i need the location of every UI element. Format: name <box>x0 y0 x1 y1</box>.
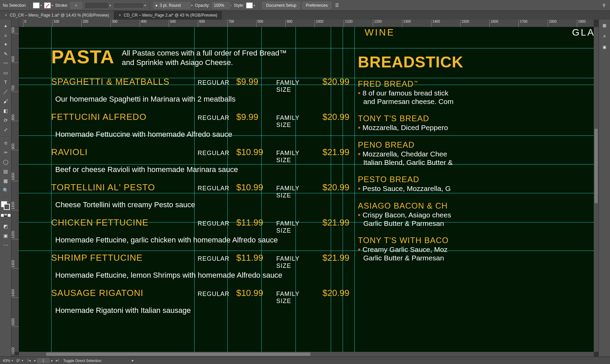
chevron-down-icon: ▾ <box>40 4 42 7</box>
pen-tool-icon[interactable]: ✎ <box>2 50 10 58</box>
eyedropper-tool-icon[interactable]: ✑ <box>2 149 10 156</box>
tab-page2[interactable]: × CD_CR – Menu_Page 2.ai* @ 43 % (RGB/Pr… <box>114 11 222 20</box>
eraser-tool-icon[interactable]: ◧ <box>2 107 10 114</box>
align-panel-icon[interactable]: ☰ <box>333 2 340 9</box>
opacity-field[interactable]: 100%› <box>212 2 232 9</box>
ruler-tick: 0 <box>23 20 26 27</box>
item-description: Beef or cheese Ravioli with homemade Mar… <box>55 165 349 174</box>
fill-stroke-swatch[interactable] <box>1 201 11 211</box>
artboard-nav[interactable]: I◂ ◂ 1 ▸ ▸I <box>27 358 60 363</box>
first-icon[interactable]: I◂ <box>27 358 32 363</box>
ruler-tick: 1100 <box>344 20 352 27</box>
canvas-wrap: 0100200300400500600700800900100011001200… <box>12 20 598 357</box>
item-price-family: $20.99 <box>322 288 349 298</box>
brush-def-dropdown[interactable]: ●3 pt. Round ▾ <box>153 2 193 9</box>
draw-mode-icon[interactable]: ◩ <box>2 222 10 230</box>
rectangle-tool-icon[interactable]: ▭ <box>2 69 10 77</box>
rotate-tool-icon[interactable]: ⟳ <box>2 116 10 124</box>
paintbrush-tool-icon[interactable]: 🖌 <box>2 98 10 105</box>
shape-builder-tool-icon[interactable]: ◯ <box>2 158 10 166</box>
brush-dash-dropdown[interactable]: ▾ <box>113 2 146 8</box>
menu-item: CHICKEN FETTUCINEREGULAR$11.99FAMILY SIZ… <box>51 217 349 244</box>
stroke-weight-field[interactable]: ≎ <box>70 2 82 9</box>
zoom-field[interactable]: 43%▾ <box>3 359 13 363</box>
document-setup-button[interactable]: Document Setup <box>262 2 300 9</box>
align-panel-icon[interactable]: ≡ <box>601 33 608 40</box>
editor-area: ▴ ▵ ✶ ✎ 〰 ▭ T ／ 🖌 ◧ ⟳ ⤢ ⎋ ✑ ◯ ▤ ▦ 🔍 ◩ ▣ … <box>0 20 610 357</box>
color-mode-icons[interactable] <box>1 214 11 217</box>
tab-label: CD_CR – Menu_Page 2.ai* @ 43 % (RGB/Prev… <box>124 13 217 18</box>
vertical-scrollbar[interactable] <box>594 27 598 352</box>
layers-panel-icon[interactable]: ▣ <box>601 43 608 51</box>
close-icon[interactable]: × <box>119 13 121 18</box>
price-label: FAMILY SIZE <box>276 291 316 305</box>
gradient-icon <box>4 214 7 217</box>
curvature-tool-icon[interactable]: 〰 <box>2 60 10 67</box>
preferences-button[interactable]: Preferences <box>302 2 331 9</box>
tab-label: CD_CR – Menu_Page 1.ai* @ 14.43 % (RGB/P… <box>10 13 109 18</box>
guide[interactable] <box>354 27 355 352</box>
page-number[interactable]: 1 <box>37 358 49 363</box>
chevron-down-icon: ▾ <box>253 4 255 7</box>
item-description: Homemade Rigatoni with Italian sausage <box>55 306 349 315</box>
next-icon[interactable]: ▸ <box>50 358 54 363</box>
search-icon[interactable]: ⚲ <box>601 2 607 9</box>
price-label: REGULAR <box>198 150 229 157</box>
ruler-tick: 1300 <box>12 260 19 269</box>
bread-item: FRED BREAD™•8 of our famous bread sticka… <box>358 79 594 106</box>
selection-tool-icon[interactable]: ▴ <box>2 22 10 29</box>
control-bar: No Selection ▾ ▾ Stroke: ≎ ▾ ▾ ●3 pt. Ro… <box>0 0 610 11</box>
stroke-swatch-dropdown[interactable]: ▾ <box>44 2 53 8</box>
bread-item: PESTO BREAD•Pesto Sauce, Mozzarella, G <box>358 175 594 193</box>
chevron-right-icon: › <box>231 4 232 7</box>
gradient-tool-icon[interactable]: ▤ <box>2 168 10 175</box>
item-name: FETTUCINI ALFREDO <box>51 112 191 122</box>
fill-swatch-dropdown[interactable]: ▾ <box>33 2 42 8</box>
direct-selection-tool-icon[interactable]: ▵ <box>2 31 10 39</box>
bread-description: •Creamy Garlic Sauce, Moz <box>358 245 594 254</box>
color-icon <box>1 214 4 217</box>
bread-item: ASIAGO BACON & CH•Crispy Bacon, Asiago c… <box>358 201 594 228</box>
line-tool-icon[interactable]: ／ <box>2 88 10 95</box>
price-label: REGULAR <box>198 114 229 122</box>
stroke-profile <box>84 2 109 9</box>
magic-wand-tool-icon[interactable]: ✶ <box>2 41 10 48</box>
item-name: SAUSAGE RIGATONI <box>51 288 191 298</box>
price-label: REGULAR <box>198 255 229 262</box>
artboard[interactable]: PASTA All Pastas comes with a full order… <box>19 27 594 352</box>
stroke-profile-dropdown[interactable]: ▾ <box>84 2 111 9</box>
document-tabs: × CD_CR – Menu_Page 1.ai* @ 14.43 % (RGB… <box>0 11 610 20</box>
vertical-ruler[interactable]: 5006007008009001000110012001300140015001… <box>12 27 19 352</box>
horizontal-scrollbar[interactable] <box>19 352 594 357</box>
close-icon[interactable]: × <box>5 13 7 18</box>
artboard-tool-icon[interactable]: ▦ <box>2 177 10 185</box>
ruler-tick: 1700 <box>518 20 527 27</box>
style-dropdown[interactable]: ▾ <box>246 2 255 8</box>
ruler-tick: 1800 <box>548 20 556 27</box>
bread-item: PENO BREAD•Mozzarella, Cheddar CheeItali… <box>358 140 594 167</box>
width-tool-icon[interactable]: ⎋ <box>2 139 10 147</box>
rotate-field[interactable]: 0°▾ <box>17 359 23 363</box>
type-tool-icon[interactable]: T <box>2 79 10 86</box>
wine-heading: WINE <box>365 27 395 38</box>
scale-tool-icon[interactable]: ⤢ <box>2 126 10 133</box>
bread-description: •8 of our famous bread stick <box>358 89 594 98</box>
item-price-regular: $11.99 <box>236 253 269 263</box>
zoom-tool-icon[interactable]: 🔍 <box>2 187 10 194</box>
separator <box>259 2 259 9</box>
scrollbar-thumb[interactable] <box>46 352 310 356</box>
item-price-regular: $10.99 <box>236 288 269 298</box>
horizontal-ruler[interactable]: 0100200300400500600700800900100011001200… <box>19 20 594 27</box>
scrollbar-thumb[interactable] <box>594 129 598 203</box>
prev-icon[interactable]: ◂ <box>33 358 37 363</box>
play-icon[interactable]: ▸ <box>132 358 134 363</box>
screen-mode-icon[interactable]: ▣ <box>2 232 10 239</box>
item-price-family: $20.99 <box>322 77 349 87</box>
last-icon[interactable]: ▸I <box>55 358 60 363</box>
properties-panel-icon[interactable]: ▦ <box>601 22 608 29</box>
right-panel-dock: ▦ ≡ ▣ <box>598 20 610 357</box>
ruler-tick: 600 <box>198 20 205 27</box>
ruler-tick: 900 <box>285 20 292 27</box>
tab-page1[interactable]: × CD_CR – Menu_Page 1.ai* @ 14.43 % (RGB… <box>0 11 114 20</box>
edit-toolbar-icon[interactable]: ⋯ <box>2 241 10 249</box>
